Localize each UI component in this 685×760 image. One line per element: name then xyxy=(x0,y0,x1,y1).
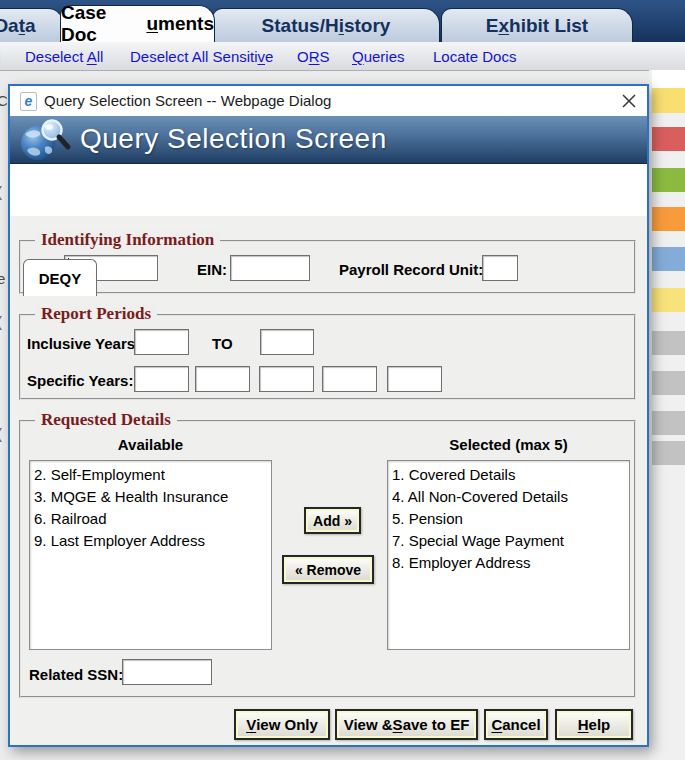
background-row-color-bar xyxy=(652,441,685,465)
selected-listbox[interactable]: 1. Covered Details4. All Non-Covered Det… xyxy=(387,460,630,650)
menu-bar: ll Deselect All Deselect All Sensitive O… xyxy=(0,42,685,71)
ein-label: EIN: xyxy=(197,261,227,278)
bg-tab-data[interactable]: Data xyxy=(0,8,64,42)
related-ssn-input[interactable] xyxy=(122,659,212,685)
available-list-item[interactable]: 9. Last Employer Address xyxy=(34,530,271,552)
legend-identifying-information: Identifying Information xyxy=(35,230,220,250)
fieldset-identifying-information: Identifying Information SSN: EIN: Payrol… xyxy=(19,240,636,294)
add-button[interactable]: Add » xyxy=(304,507,361,534)
background-row-color-bar xyxy=(652,331,685,355)
legend-report-periods: Report Periods xyxy=(35,304,157,324)
close-icon[interactable] xyxy=(621,93,637,109)
to-label: TO xyxy=(212,335,233,352)
background-text-fragment: ( xyxy=(0,313,7,330)
view-only-button[interactable]: View Only xyxy=(234,709,330,740)
selected-list-item[interactable]: 4. All Non-Covered Details xyxy=(392,486,629,508)
bg-tab-exhibit-list[interactable]: Exhibit List xyxy=(441,8,633,42)
available-list-item[interactable]: 6. Railroad xyxy=(34,508,271,530)
specific-year-input-2[interactable] xyxy=(195,366,250,392)
background-text-fragment: ( xyxy=(0,183,7,200)
selected-list-item[interactable]: 8. Employer Address xyxy=(392,552,629,574)
selected-header: Selected (max 5) xyxy=(387,436,630,453)
specific-year-input-1[interactable] xyxy=(134,366,189,392)
background-text-fragment: e xyxy=(0,270,7,287)
dialog-banner: Query Selection Screen xyxy=(10,116,647,164)
menu-item-ors[interactable]: ORS xyxy=(297,48,330,65)
dialog-tab-strip: DEQY SEQY NDNH DDSQ xyxy=(10,164,647,216)
cancel-button[interactable]: Cancel xyxy=(484,709,548,740)
bg-tab-case-documents[interactable]: Case Documents xyxy=(60,5,215,42)
specific-years-label: Specific Years: xyxy=(27,372,133,389)
available-list-item[interactable]: 2. Self-Employment xyxy=(34,464,271,486)
globe-search-icon xyxy=(18,117,74,167)
menu-item-queries[interactable]: Queries xyxy=(352,48,405,65)
specific-year-input-3[interactable] xyxy=(259,366,314,392)
inclusive-years-label: Inclusive Years: xyxy=(27,335,140,352)
dialog-title-bar: e Query Selection Screen -- Webpage Dial… xyxy=(10,86,647,116)
background-text-fragment: C xyxy=(0,92,7,109)
dialog-title: Query Selection Screen -- Webpage Dialog xyxy=(44,92,331,109)
background-row-color-bar xyxy=(652,168,685,192)
background-text-fragments: C(e(( xyxy=(0,70,8,760)
inclusive-year-from-input[interactable] xyxy=(134,329,189,355)
payroll-record-unit-label: Payroll Record Unit: xyxy=(339,261,483,278)
related-ssn-label: Related SSN: xyxy=(29,666,123,683)
ie-page-icon: e xyxy=(20,92,37,111)
background-row-color-bar xyxy=(652,207,685,231)
background-row-color-bar xyxy=(652,288,685,312)
help-button[interactable]: Help xyxy=(555,709,633,740)
specific-year-input-4[interactable] xyxy=(322,366,377,392)
fieldset-requested-details: Requested Details Available Selected (ma… xyxy=(19,420,636,698)
specific-year-input-5[interactable] xyxy=(387,366,442,392)
selected-list-item[interactable]: 7. Special Wage Payment xyxy=(392,530,629,552)
background-row-color-bar xyxy=(652,70,685,88)
available-list-item[interactable]: 3. MQGE & Health Insurance xyxy=(34,486,271,508)
ein-input[interactable] xyxy=(230,255,310,281)
dialog-content: Identifying Information SSN: EIN: Payrol… xyxy=(10,216,647,745)
background-row-color-bar xyxy=(652,247,685,271)
inclusive-year-to-input[interactable] xyxy=(260,329,314,355)
available-header: Available xyxy=(29,436,272,453)
menu-item-deselect-all[interactable]: Deselect All xyxy=(25,48,103,65)
background-row-color-bar xyxy=(652,411,685,435)
bg-tab-status-history[interactable]: Status/History xyxy=(212,8,440,42)
remove-button[interactable]: « Remove xyxy=(282,555,374,584)
available-listbox[interactable]: 2. Self-Employment3. MQGE & Health Insur… xyxy=(29,460,272,650)
view-save-to-ef-button[interactable]: View & Save to EF xyxy=(335,709,478,740)
selected-list-item[interactable]: 5. Pension xyxy=(392,508,629,530)
dialog-query-selection: e Query Selection Screen -- Webpage Dial… xyxy=(8,84,649,747)
screen: Data Case Documents Status/History Exhib… xyxy=(0,0,685,760)
menu-item-locate-docs[interactable]: Locate Docs xyxy=(433,48,516,65)
background-row-color-bar xyxy=(652,127,685,151)
background-row-strip xyxy=(649,70,685,760)
legend-requested-details: Requested Details xyxy=(35,410,177,430)
top-tab-bar: Data Case Documents Status/History Exhib… xyxy=(0,0,685,42)
dialog-banner-title: Query Selection Screen xyxy=(80,123,387,155)
fieldset-report-periods: Report Periods Inclusive Years: TO Speci… xyxy=(19,314,636,400)
tab-deqy[interactable]: DEQY xyxy=(23,259,97,296)
selected-list-item[interactable]: 1. Covered Details xyxy=(392,464,629,486)
background-text-fragment: ( xyxy=(0,425,7,442)
background-row-color-bar xyxy=(652,88,685,113)
background-row-color-bar xyxy=(652,371,685,395)
menu-item-partial[interactable]: ll xyxy=(0,48,1,65)
payroll-record-unit-input[interactable] xyxy=(482,255,518,281)
menu-item-deselect-all-sensitive[interactable]: Deselect All Sensitive xyxy=(130,48,273,65)
